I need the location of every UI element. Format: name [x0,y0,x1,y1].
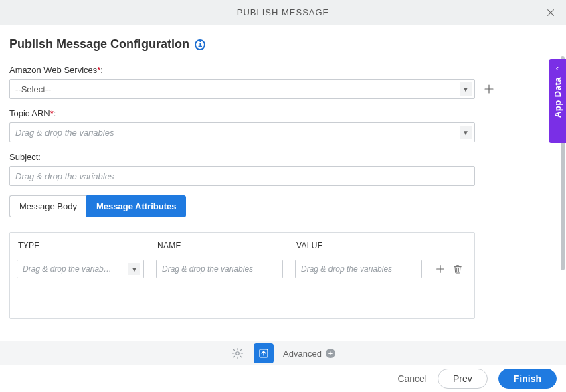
prev-button[interactable]: Prev [438,369,488,389]
attr-value-input[interactable]: Drag & drop the variables [295,260,422,278]
field-subject: Subject: Drag & drop the variables [9,152,557,186]
tab-message-body[interactable]: Message Body [9,195,86,217]
close-icon[interactable] [541,0,561,25]
page-title: Publish Message Configuration i [9,37,557,52]
modal-header: PUBLISH MESSAGE [0,0,566,25]
field-topic-arn: Topic ARN*: Drag & drop the variables ▼ [9,108,557,142]
attr-name-input[interactable]: Drag & drop the variables [156,260,283,278]
upload-icon[interactable] [254,343,274,363]
advanced-label: Advanced [283,349,322,359]
topic-arn-input[interactable]: Drag & drop the variables ▼ [9,122,475,142]
topic-arn-placeholder: Drag & drop the variables [15,128,114,138]
field-aws: Amazon Web Services*: --Select-- ▼ [9,65,557,99]
attributes-panel: TYPE NAME VALUE Drag & drop the variab… … [9,232,475,319]
chevron-down-icon: ▼ [128,263,140,275]
attr-type-select[interactable]: Drag & drop the variab… ▼ [17,260,144,278]
info-icon[interactable]: i [195,39,205,50]
col-value-header: VALUE [296,241,423,250]
gear-icon[interactable] [231,347,244,360]
attr-value-placeholder: Drag & drop the variables [301,264,392,274]
footer: Cancel Prev Finish [0,365,566,392]
required-marker: * [97,65,100,75]
topic-arn-label: Topic ARN*: [9,108,557,118]
aws-select-value: --Select-- [15,84,51,94]
attr-type-placeholder: Drag & drop the variab… [23,264,112,274]
body: Publish Message Configuration i Amazon W… [0,25,566,341]
finish-button[interactable]: Finish [498,369,557,389]
col-type-header: TYPE [18,241,145,250]
message-tabs: Message Body Message Attributes [9,195,557,217]
subject-label: Subject: [9,152,557,162]
modal-title: PUBLISH MESSAGE [0,7,566,17]
subject-placeholder: Drag & drop the variables [15,171,114,181]
add-aws-button[interactable] [482,82,496,96]
app-data-label: App Data [553,77,563,118]
tab-message-attributes[interactable]: Message Attributes [86,195,186,217]
col-name-header: NAME [157,241,284,250]
advanced-toggle[interactable]: Advanced + [283,349,335,359]
chevron-left-icon: ‹ [556,63,559,73]
attr-name-placeholder: Drag & drop the variables [162,264,253,274]
app-data-panel-toggle[interactable]: ‹ App Data [549,59,566,143]
chevron-down-icon: ▼ [460,82,472,96]
cancel-button[interactable]: Cancel [397,373,427,384]
chevron-down-icon: ▼ [460,126,472,139]
page-title-text: Publish Message Configuration [9,37,189,52]
aws-label: Amazon Web Services*: [9,65,557,75]
aws-label-text: Amazon Web Services [9,65,97,75]
add-row-icon[interactable] [434,263,446,275]
attributes-header-row: TYPE NAME VALUE [17,241,468,250]
attr-row-actions [434,263,481,275]
bottom-toolbar: Advanced + [0,341,566,365]
trash-icon[interactable] [452,263,464,275]
subject-input[interactable]: Drag & drop the variables [9,166,475,186]
topic-arn-label-text: Topic ARN [9,108,50,118]
svg-point-0 [236,352,240,355]
attribute-row: Drag & drop the variab… ▼ Drag & drop th… [17,260,468,278]
required-marker: * [50,108,54,118]
aws-select[interactable]: --Select-- ▼ [9,79,475,99]
plus-circle-icon: + [326,349,335,358]
